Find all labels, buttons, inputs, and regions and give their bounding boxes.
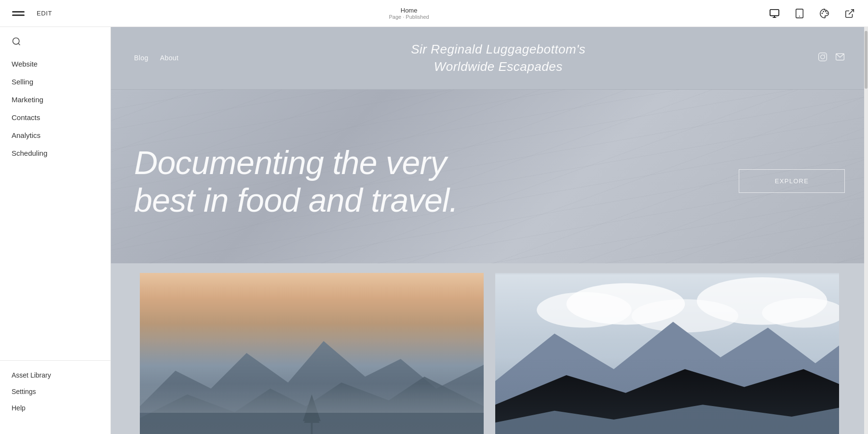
site-nav: Blog About bbox=[134, 54, 178, 62]
sidebar-item-selling[interactable]: Selling bbox=[12, 74, 99, 90]
squarespace-logo[interactable] bbox=[10, 5, 27, 22]
email-icon[interactable] bbox=[835, 52, 845, 64]
hero-cta: Explore bbox=[739, 169, 845, 193]
edit-label[interactable]: EDIT bbox=[37, 10, 52, 17]
site-title: Sir Reginald Luggagebottom's Worldwide E… bbox=[411, 41, 585, 76]
svg-rect-2 bbox=[770, 9, 779, 15]
svg-rect-0 bbox=[12, 11, 25, 13]
topbar: EDIT Home Page · Published bbox=[0, 0, 868, 27]
sidebar-item-scheduling[interactable]: Scheduling bbox=[12, 145, 99, 161]
hero-heading: Documenting the very best in food and tr… bbox=[134, 144, 501, 219]
sidebar: Website Selling Marketing Contacts Analy… bbox=[0, 27, 111, 434]
svg-marker-16 bbox=[140, 341, 484, 434]
image-grid bbox=[111, 263, 868, 434]
svg-point-6 bbox=[823, 11, 824, 12]
image-card-right bbox=[495, 273, 839, 434]
svg-point-7 bbox=[825, 11, 827, 12]
svg-point-14 bbox=[825, 54, 826, 55]
nav-blog[interactable]: Blog bbox=[134, 54, 149, 62]
mountain-silhouette-left bbox=[140, 335, 484, 434]
hero-section: Documenting the very best in food and tr… bbox=[111, 90, 868, 263]
sidebar-item-help[interactable]: Help bbox=[12, 401, 99, 415]
scrollbar-thumb[interactable] bbox=[865, 31, 868, 89]
website-preview[interactable]: Blog About Sir Reginald Luggagebottom's … bbox=[111, 27, 868, 434]
topbar-right bbox=[766, 5, 858, 22]
tablet-view-button[interactable] bbox=[791, 5, 808, 22]
svg-point-10 bbox=[13, 38, 19, 44]
hero-cta-button[interactable]: Explore bbox=[739, 169, 845, 193]
search-icon[interactable] bbox=[12, 37, 21, 48]
nav-about[interactable]: About bbox=[160, 54, 179, 62]
svg-rect-1 bbox=[12, 14, 25, 16]
sidebar-item-website[interactable]: Website bbox=[12, 56, 99, 72]
preview-area: Blog About Sir Reginald Luggagebottom's … bbox=[111, 27, 868, 434]
hero-text: Documenting the very best in food and tr… bbox=[134, 144, 501, 219]
desktop-view-button[interactable] bbox=[766, 5, 783, 22]
sidebar-item-asset-library[interactable]: Asset Library bbox=[12, 368, 99, 382]
style-editor-button[interactable] bbox=[816, 5, 833, 22]
svg-marker-20 bbox=[304, 403, 320, 423]
svg-rect-12 bbox=[819, 53, 827, 61]
site-title-text: Sir Reginald Luggagebottom's Worldwide E… bbox=[411, 41, 585, 76]
topbar-center: Home Page · Published bbox=[389, 7, 429, 20]
sidebar-item-settings[interactable]: Settings bbox=[12, 385, 99, 398]
svg-marker-19 bbox=[303, 394, 321, 420]
topbar-left: EDIT bbox=[10, 5, 52, 22]
sidebar-item-contacts[interactable]: Contacts bbox=[12, 109, 99, 125]
mountain-silhouette-right bbox=[495, 273, 839, 434]
page-name: Home bbox=[389, 7, 429, 14]
svg-line-11 bbox=[18, 43, 20, 45]
mist-layer bbox=[140, 384, 484, 413]
svg-marker-17 bbox=[140, 377, 484, 434]
site-header: Blog About Sir Reginald Luggagebottom's … bbox=[111, 27, 868, 90]
main-layout: Website Selling Marketing Contacts Analy… bbox=[0, 27, 868, 434]
svg-point-8 bbox=[827, 13, 828, 14]
svg-point-13 bbox=[821, 55, 825, 59]
external-link-button[interactable] bbox=[841, 5, 858, 22]
page-status: Page · Published bbox=[389, 14, 429, 20]
sidebar-item-marketing[interactable]: Marketing bbox=[12, 92, 99, 108]
sidebar-bottom: Asset Library Settings Help bbox=[0, 360, 110, 424]
site-header-icons bbox=[818, 52, 845, 64]
svg-marker-29 bbox=[495, 405, 839, 434]
instagram-icon[interactable] bbox=[818, 52, 827, 64]
sidebar-item-analytics[interactable]: Analytics bbox=[12, 127, 99, 143]
svg-line-9 bbox=[849, 9, 854, 14]
svg-point-4 bbox=[799, 15, 800, 16]
preview-scrollbar[interactable] bbox=[864, 27, 868, 434]
image-card-left bbox=[140, 273, 484, 434]
sidebar-nav: Website Selling Marketing Contacts Analy… bbox=[0, 56, 110, 355]
svg-marker-28 bbox=[495, 369, 839, 434]
svg-point-5 bbox=[822, 13, 823, 14]
sidebar-search-area bbox=[0, 37, 110, 56]
